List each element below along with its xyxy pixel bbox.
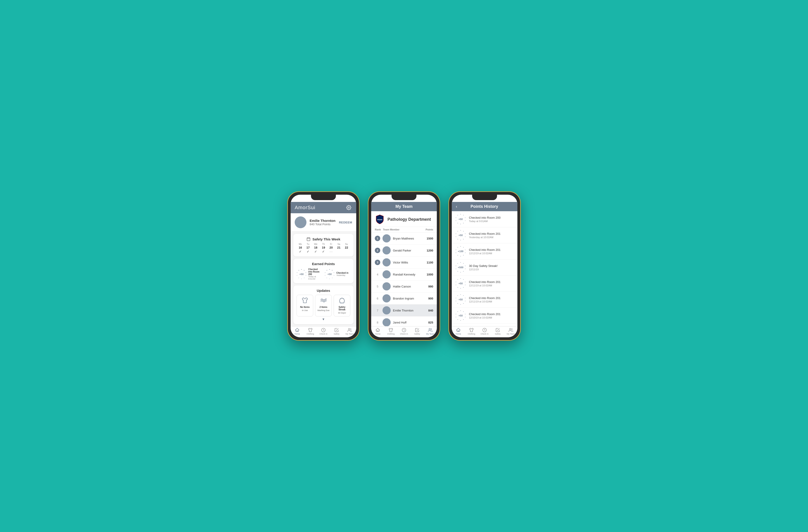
day-tu: Tu 17 ✓: [307, 243, 310, 253]
phones-container: AmorSui Emilie Thornton 840 Total Points: [287, 191, 521, 341]
history-item-5: +50 Checked into Room 201 12/11/19 at 10…: [452, 276, 517, 292]
team-row: 6 Brandon Ingram 900: [371, 293, 437, 305]
rank-num-8: 8: [375, 321, 380, 324]
home-content: Emilie Thornton 840 Total Points REDEEM: [291, 213, 356, 326]
clothing-nav-icon: [308, 328, 313, 332]
shirt-icon: [302, 297, 308, 305]
day-th: Th 19 ✓: [322, 243, 325, 253]
phone-history: ‹ Points History +50 Checked into Room 2…: [448, 191, 521, 341]
washing-icon: [320, 297, 327, 305]
nav-safety-2[interactable]: Safety: [410, 328, 424, 335]
history-item-6: +50 Checked into Room 201 12/11/19 at 10…: [452, 292, 517, 308]
nav-home-2[interactable]: Home: [371, 328, 384, 335]
member-points-8: 825: [422, 321, 433, 324]
history-badge-4: +500: [455, 262, 466, 273]
streak-label: Safety Streak: [335, 306, 349, 311]
history-info-1: Checked into Room 200 Today at 9:01AM: [469, 216, 514, 222]
home-nav-icon-3: [456, 328, 461, 332]
nav-myteam-3[interactable]: My Team: [504, 328, 517, 335]
rank-num-7: 7: [375, 309, 380, 312]
gear-icon: [346, 205, 351, 210]
member-avatar-6: [383, 294, 391, 302]
rank-num-4: 4: [375, 273, 380, 276]
rank-num-5: 5: [375, 285, 380, 288]
redeem-button[interactable]: REDEEM: [339, 221, 352, 224]
earned-points-row: +50 Checked into Room 200 Today at 9:01A…: [296, 268, 350, 280]
safety-week-card: Safety This Week Mo 16 ✓ Tu 17 ✓: [293, 234, 353, 256]
member-points-2: 1200: [422, 249, 433, 252]
nav-checkin-2[interactable]: Check In: [398, 328, 410, 335]
team-row: 5 Hattie Carson 990: [371, 280, 437, 293]
bottom-nav-1: Home Clothing Check In: [291, 326, 356, 337]
member-points-4: 1000: [422, 273, 433, 276]
nav-clothing-3[interactable]: Clothing: [465, 328, 478, 335]
history-item-3: +100 Checked into Room 201 12/12/19 at 1…: [452, 243, 517, 259]
nav-checkin-3[interactable]: Check In: [478, 328, 491, 335]
team-row: 4 Randall Kennedy 1000: [371, 269, 437, 280]
svg-point-15: [429, 329, 430, 330]
notch: [311, 195, 336, 200]
member-name-1: Bryan Matthews: [393, 237, 422, 240]
nav-safety-3[interactable]: Safety: [491, 328, 504, 335]
profile-info: Emilie Thornton 840 Total Points: [310, 219, 336, 226]
back-button[interactable]: ‹: [456, 204, 457, 209]
updates-title: Updates: [296, 289, 350, 293]
nav-myteam-label-1: My Team: [346, 333, 354, 335]
point-item-2: +50 Checked in Yesterday: [325, 268, 350, 280]
nav-checkin-label: Check In: [319, 333, 328, 335]
history-badge-6: +50: [455, 294, 466, 305]
history-badge-7: +50: [455, 310, 466, 321]
nav-myteam-2[interactable]: My Team: [424, 328, 437, 335]
member-points-3: 1100: [422, 261, 433, 264]
svg-point-17: [510, 329, 511, 330]
dept-row: PENN Pathology Department: [371, 211, 437, 227]
svg-text:PENN: PENN: [377, 219, 382, 221]
nav-home-label-3: Home: [456, 333, 461, 335]
point-text-1: Checked into Room 200 Today at 9:01AM: [308, 268, 322, 280]
nav-clothing-2[interactable]: Clothing: [384, 328, 398, 335]
notch-3: [472, 195, 497, 200]
home-nav-icon: [295, 328, 299, 332]
nav-safety-label-3: Safety: [495, 333, 501, 335]
member-name-4: Randall Kennedy: [393, 273, 422, 276]
th-rank: Rank: [375, 228, 383, 231]
nav-safety-label-2: Safety: [414, 333, 420, 335]
notch-2: [391, 195, 417, 200]
nav-clothing-label-2: Clothing: [387, 333, 394, 335]
nav-checkin-1[interactable]: Check In: [317, 328, 330, 335]
rank-badge-2: 2: [375, 247, 380, 253]
team-row: 2 Gerald Parker 1200: [371, 244, 437, 256]
rank-badge-3: 3: [375, 260, 380, 265]
update-washing: 2 Items Washing Due: [315, 295, 332, 316]
settings-button[interactable]: [345, 204, 352, 211]
history-info-6: Checked into Room 201 12/11/19 at 10:02A…: [469, 296, 514, 303]
safety-nav-icon-3: [495, 328, 500, 332]
penn-shield-logo: PENN: [375, 214, 385, 224]
clothing-nav-icon-3: [469, 328, 474, 332]
nav-home-1[interactable]: Home: [291, 328, 304, 335]
nav-safety-1[interactable]: Safety: [330, 328, 343, 335]
myteam-header: My Team: [371, 202, 437, 211]
bottom-nav-3: Home Clothing Check In: [452, 326, 517, 337]
updates-arrow: ▼: [296, 317, 350, 321]
history-info-2: Checked into Room 201 Yesterday at 10:02…: [469, 232, 514, 239]
profile-section: Emilie Thornton 840 Total Points REDEEM: [291, 213, 356, 232]
safety-nav-icon: [334, 328, 339, 332]
day-sa: Sa 21: [337, 243, 341, 253]
day-we: We 18 ✓: [314, 243, 317, 253]
checkin-nav-icon-3: [482, 328, 487, 332]
week-row: Mo 16 ✓ Tu 17 ✓ We 18 ✓: [296, 243, 350, 253]
member-name-8: Jared Huff: [393, 321, 422, 324]
nav-myteam-1[interactable]: My Team: [343, 328, 356, 335]
nav-clothing-1[interactable]: Clothing: [304, 328, 317, 335]
svg-rect-1: [307, 238, 310, 241]
history-item-4: +500 30 Day Safety Streak! 12/11/19: [452, 259, 517, 276]
nav-home-3[interactable]: Home: [452, 328, 465, 335]
update-streak: Safety Streak 30 Days!: [334, 295, 350, 316]
earned-points-title: Earned Points: [296, 262, 350, 266]
myteam-nav-icon-3: [509, 328, 513, 332]
nav-clothing-label: Clothing: [307, 333, 314, 335]
history-item-2: +50 Checked into Room 201 Yesterday at 1…: [452, 227, 517, 243]
history-badge-1: +50: [455, 214, 466, 224]
member-avatar-5: [383, 282, 391, 291]
